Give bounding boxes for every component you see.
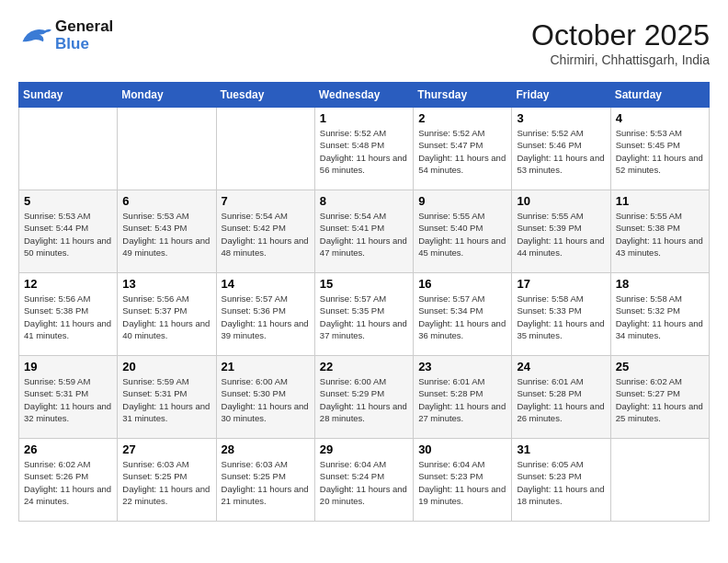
calendar-cell: 4Sunrise: 5:53 AM Sunset: 5:45 PM Daylig…	[610, 108, 709, 190]
calendar-cell: 7Sunrise: 5:54 AM Sunset: 5:42 PM Daylig…	[216, 190, 314, 273]
day-number: 25	[616, 360, 704, 373]
day-number: 5	[24, 194, 112, 208]
logo-text: General Blue	[55, 18, 113, 52]
day-number: 8	[320, 194, 408, 208]
day-info: Sunrise: 6:01 AM Sunset: 5:28 PM Dayligh…	[517, 375, 605, 424]
calendar-week-row: 12Sunrise: 5:56 AM Sunset: 5:38 PM Dayli…	[19, 273, 710, 356]
calendar-cell: 23Sunrise: 6:01 AM Sunset: 5:28 PM Dayli…	[414, 356, 512, 439]
calendar-week-row: 26Sunrise: 6:02 AM Sunset: 5:26 PM Dayli…	[19, 439, 710, 522]
day-info: Sunrise: 5:57 AM Sunset: 5:36 PM Dayligh…	[222, 293, 310, 341]
subtitle: Chirmiri, Chhattisgarh, India	[531, 52, 710, 67]
weekday-header-monday: Monday	[118, 83, 216, 108]
day-number: 2	[418, 111, 506, 125]
day-info: Sunrise: 5:55 AM Sunset: 5:40 PM Dayligh…	[418, 210, 506, 259]
calendar-cell: 18Sunrise: 5:58 AM Sunset: 5:32 PM Dayli…	[610, 273, 709, 356]
day-number: 27	[122, 442, 210, 456]
day-info: Sunrise: 5:54 AM Sunset: 5:41 PM Dayligh…	[320, 210, 408, 259]
day-info: Sunrise: 5:53 AM Sunset: 5:45 PM Dayligh…	[616, 127, 704, 176]
day-number: 14	[222, 277, 310, 291]
day-number: 28	[222, 442, 310, 456]
day-info: Sunrise: 5:52 AM Sunset: 5:48 PM Dayligh…	[320, 127, 408, 176]
day-info: Sunrise: 5:56 AM Sunset: 5:38 PM Dayligh…	[24, 293, 112, 341]
calendar-cell	[610, 439, 709, 522]
calendar-cell: 17Sunrise: 5:58 AM Sunset: 5:33 PM Dayli…	[512, 273, 610, 356]
weekday-header-friday: Friday	[512, 83, 610, 108]
calendar-cell: 24Sunrise: 6:01 AM Sunset: 5:28 PM Dayli…	[512, 356, 610, 439]
weekday-header-wednesday: Wednesday	[314, 83, 413, 108]
calendar-week-row: 19Sunrise: 5:59 AM Sunset: 5:31 PM Dayli…	[19, 356, 710, 439]
calendar-cell: 6Sunrise: 5:53 AM Sunset: 5:43 PM Daylig…	[118, 190, 216, 273]
weekday-header-thursday: Thursday	[414, 83, 512, 108]
calendar-cell: 29Sunrise: 6:04 AM Sunset: 5:24 PM Dayli…	[314, 439, 413, 522]
day-number: 20	[122, 360, 210, 373]
day-number: 12	[24, 277, 112, 291]
day-info: Sunrise: 5:59 AM Sunset: 5:31 PM Dayligh…	[122, 375, 210, 424]
day-number: 1	[320, 111, 408, 125]
day-number: 18	[616, 277, 704, 291]
day-number: 10	[517, 194, 605, 208]
day-number: 19	[24, 360, 112, 373]
day-info: Sunrise: 5:57 AM Sunset: 5:35 PM Dayligh…	[320, 293, 408, 341]
day-info: Sunrise: 5:52 AM Sunset: 5:46 PM Dayligh…	[517, 127, 605, 176]
calendar-cell: 14Sunrise: 5:57 AM Sunset: 5:36 PM Dayli…	[216, 273, 314, 356]
day-info: Sunrise: 5:55 AM Sunset: 5:38 PM Dayligh…	[616, 210, 704, 259]
day-number: 26	[24, 442, 112, 456]
day-info: Sunrise: 6:02 AM Sunset: 5:27 PM Dayligh…	[616, 375, 704, 424]
calendar-cell: 9Sunrise: 5:55 AM Sunset: 5:40 PM Daylig…	[414, 190, 512, 273]
day-number: 7	[222, 194, 310, 208]
calendar-cell: 31Sunrise: 6:05 AM Sunset: 5:23 PM Dayli…	[512, 439, 610, 522]
weekday-header-row: SundayMondayTuesdayWednesdayThursdayFrid…	[19, 83, 710, 108]
calendar-cell: 8Sunrise: 5:54 AM Sunset: 5:41 PM Daylig…	[314, 190, 413, 273]
calendar-cell: 12Sunrise: 5:56 AM Sunset: 5:38 PM Dayli…	[19, 273, 118, 356]
day-number: 21	[222, 360, 310, 373]
calendar-cell: 1Sunrise: 5:52 AM Sunset: 5:48 PM Daylig…	[314, 108, 413, 190]
day-number: 31	[517, 442, 605, 456]
day-number: 13	[122, 277, 210, 291]
calendar-cell: 22Sunrise: 6:00 AM Sunset: 5:29 PM Dayli…	[314, 356, 413, 439]
day-number: 17	[517, 277, 605, 291]
day-info: Sunrise: 5:53 AM Sunset: 5:44 PM Dayligh…	[24, 210, 112, 259]
calendar-cell: 5Sunrise: 5:53 AM Sunset: 5:44 PM Daylig…	[19, 190, 118, 273]
calendar-cell: 26Sunrise: 6:02 AM Sunset: 5:26 PM Dayli…	[19, 439, 118, 522]
day-info: Sunrise: 6:05 AM Sunset: 5:23 PM Dayligh…	[517, 458, 605, 507]
day-info: Sunrise: 6:04 AM Sunset: 5:23 PM Dayligh…	[418, 458, 506, 507]
calendar-cell: 30Sunrise: 6:04 AM Sunset: 5:23 PM Dayli…	[414, 439, 512, 522]
calendar-week-row: 1Sunrise: 5:52 AM Sunset: 5:48 PM Daylig…	[19, 108, 710, 190]
day-number: 30	[418, 442, 506, 456]
day-number: 9	[418, 194, 506, 208]
calendar-cell	[118, 108, 216, 190]
day-number: 3	[517, 111, 605, 125]
calendar-cell: 11Sunrise: 5:55 AM Sunset: 5:38 PM Dayli…	[610, 190, 709, 273]
weekday-header-sunday: Sunday	[19, 83, 118, 108]
calendar-cell: 21Sunrise: 6:00 AM Sunset: 5:30 PM Dayli…	[216, 356, 314, 439]
day-number: 6	[122, 194, 210, 208]
day-number: 11	[616, 194, 704, 208]
day-info: Sunrise: 5:52 AM Sunset: 5:47 PM Dayligh…	[418, 127, 506, 176]
day-info: Sunrise: 6:03 AM Sunset: 5:25 PM Dayligh…	[222, 458, 310, 507]
day-info: Sunrise: 6:04 AM Sunset: 5:24 PM Dayligh…	[320, 458, 408, 507]
day-number: 29	[320, 442, 408, 456]
day-info: Sunrise: 5:58 AM Sunset: 5:33 PM Dayligh…	[517, 293, 605, 341]
day-info: Sunrise: 6:03 AM Sunset: 5:25 PM Dayligh…	[122, 458, 210, 507]
day-number: 24	[517, 360, 605, 373]
weekday-header-saturday: Saturday	[610, 83, 709, 108]
calendar-cell: 19Sunrise: 5:59 AM Sunset: 5:31 PM Dayli…	[19, 356, 118, 439]
calendar-cell: 3Sunrise: 5:52 AM Sunset: 5:46 PM Daylig…	[512, 108, 610, 190]
day-number: 15	[320, 277, 408, 291]
day-info: Sunrise: 6:00 AM Sunset: 5:29 PM Dayligh…	[320, 375, 408, 424]
month-title: October 2025	[531, 18, 710, 52]
day-number: 16	[418, 277, 506, 291]
header: General Blue October 2025 Chirmiri, Chha…	[18, 18, 710, 67]
calendar-cell: 25Sunrise: 6:02 AM Sunset: 5:27 PM Dayli…	[610, 356, 709, 439]
logo: General Blue	[18, 18, 113, 52]
day-info: Sunrise: 5:59 AM Sunset: 5:31 PM Dayligh…	[24, 375, 112, 424]
day-info: Sunrise: 6:00 AM Sunset: 5:30 PM Dayligh…	[222, 375, 310, 424]
day-info: Sunrise: 6:01 AM Sunset: 5:28 PM Dayligh…	[418, 375, 506, 424]
weekday-header-tuesday: Tuesday	[216, 83, 314, 108]
day-info: Sunrise: 5:53 AM Sunset: 5:43 PM Dayligh…	[122, 210, 210, 259]
calendar-cell: 28Sunrise: 6:03 AM Sunset: 5:25 PM Dayli…	[216, 439, 314, 522]
calendar-cell: 20Sunrise: 5:59 AM Sunset: 5:31 PM Dayli…	[118, 356, 216, 439]
calendar-cell: 10Sunrise: 5:55 AM Sunset: 5:39 PM Dayli…	[512, 190, 610, 273]
calendar-cell: 15Sunrise: 5:57 AM Sunset: 5:35 PM Dayli…	[314, 273, 413, 356]
day-number: 22	[320, 360, 408, 373]
